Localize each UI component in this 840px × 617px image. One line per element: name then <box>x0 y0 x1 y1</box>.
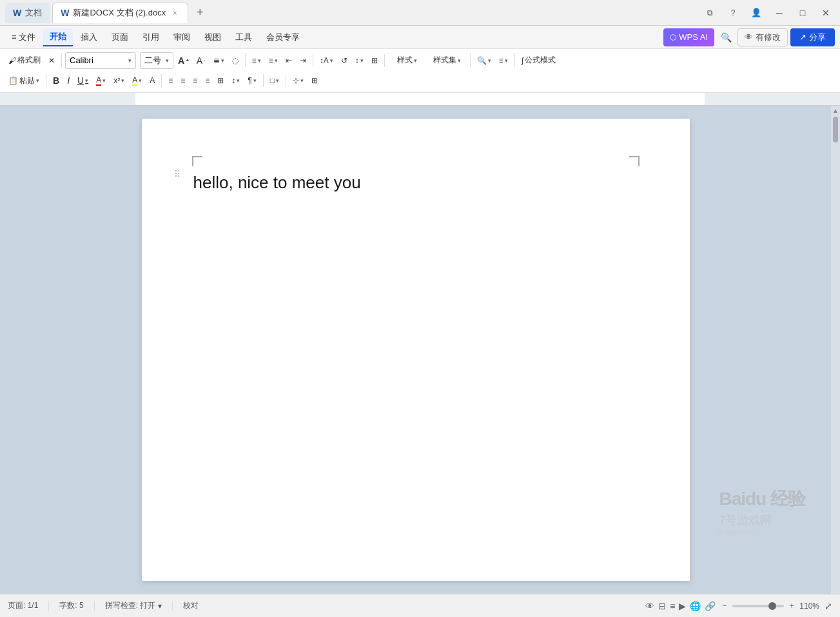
sep9 <box>263 74 264 87</box>
undo-button[interactable]: ↺ <box>338 52 351 69</box>
link-icon[interactable]: 🔗 <box>705 601 716 611</box>
minimize-button[interactable]: ─ <box>770 4 788 22</box>
menu-view[interactable]: 视图 <box>198 28 228 46</box>
add-tab-button[interactable]: + <box>191 4 209 22</box>
underline-button[interactable]: U ▾ <box>74 72 92 89</box>
tab2-close-button[interactable]: × <box>170 8 180 18</box>
menu-page[interactable]: 页面 <box>105 28 135 46</box>
line-spacing-icon: ↕ <box>355 56 359 65</box>
menu-file[interactable]: ≡ 文件 <box>5 28 42 46</box>
paragraph-handle[interactable]: ⠿ <box>174 169 181 179</box>
column-break-button[interactable]: ⊞ <box>368 52 381 69</box>
more-button[interactable]: ⊞ <box>308 72 321 89</box>
window-controls: ⧉ ? 👤 ─ □ ✕ <box>701 4 835 22</box>
proofreading-label: 校对 <box>183 600 199 611</box>
underline-icon: U <box>77 75 84 86</box>
wps-ai-button[interactable]: ⬡ WPS AI <box>663 28 714 46</box>
font-name-selector[interactable]: Calibri ▾ <box>65 52 136 69</box>
zoom-minus-button[interactable]: － <box>721 600 728 611</box>
zoom-thumb[interactable] <box>768 602 776 610</box>
play-icon[interactable]: ▶ <box>679 601 686 611</box>
word-count-label: 字数: 5 <box>59 600 83 611</box>
spell-check[interactable]: 拼写检查: 打开 ▾ <box>105 600 162 611</box>
font-size-up-button[interactable]: A+ <box>175 52 192 69</box>
column-layout-button[interactable]: ⊞ <box>214 72 227 89</box>
align-left-button[interactable]: ≡ <box>165 72 176 89</box>
ruler <box>0 93 840 106</box>
outline-view-icon[interactable]: ≡ <box>670 601 675 611</box>
unordered-list-button[interactable]: ≡ ▾ <box>249 52 264 69</box>
italic-button[interactable]: I <box>64 72 73 89</box>
tab-document1[interactable]: W 文档 <box>5 3 50 23</box>
paragraph-format-button[interactable]: ≣ ▾ <box>210 52 228 69</box>
menu-review[interactable]: 审阅 <box>167 28 197 46</box>
style-button[interactable]: 样式 ▾ <box>388 52 427 69</box>
align-justify-button[interactable]: ≡ <box>202 72 213 89</box>
menu-start[interactable]: 开始 <box>43 28 73 46</box>
font-color-icon: A <box>96 75 101 86</box>
globe-icon[interactable]: 🌐 <box>690 601 701 611</box>
account-button[interactable]: 👤 <box>747 4 765 22</box>
close-button[interactable]: ✕ <box>817 4 835 22</box>
word-count: 字数: 5 <box>59 600 83 611</box>
indent-increase-button[interactable]: ⇥ <box>297 52 309 69</box>
document-content[interactable]: hello, nice to meet you <box>193 170 625 195</box>
sep6 <box>514 54 515 67</box>
paste-button[interactable]: 📋 粘贴 ▾ <box>5 72 43 89</box>
find-replace-button[interactable]: 🔍 ▾ <box>474 52 494 69</box>
font-name-dropdown-icon: ▾ <box>128 57 132 64</box>
highlight-button[interactable]: A ▾ <box>129 72 145 89</box>
styleset-button[interactable]: 样式集 ▾ <box>428 52 467 69</box>
strikethrough-button[interactable]: A <box>146 72 158 89</box>
formula-mode-button[interactable]: ∫ 公式模式 <box>518 52 559 69</box>
superscript-icon: x² <box>113 76 120 85</box>
maximize-button[interactable]: □ <box>794 4 812 22</box>
scroll-thumb[interactable] <box>833 117 838 142</box>
eye-view-icon[interactable]: 👁 <box>645 601 654 611</box>
align-center-button[interactable]: ≡ <box>177 72 188 89</box>
font-size-value: 二号 <box>144 55 161 66</box>
share-button[interactable]: ↗ 分享 <box>790 28 835 46</box>
menu-vip[interactable]: 会员专享 <box>260 28 306 46</box>
line-spacing-button[interactable]: ↕ ▾ <box>352 52 367 69</box>
superscript-button[interactable]: x² ▾ <box>110 72 128 89</box>
spell-check-label: 拼写检查: 打开 <box>105 600 156 611</box>
undo-icon: ↺ <box>341 56 347 65</box>
restore-button[interactable]: ⧉ <box>701 4 719 22</box>
menu-right-actions: ⬡ WPS AI 🔍 👁 有修改 ↗ 分享 <box>663 28 835 46</box>
bold-button[interactable]: B <box>50 72 63 89</box>
search-button[interactable]: 🔍 <box>717 28 735 46</box>
font-size-down-button[interactable]: A- <box>193 52 209 69</box>
indent-decrease-button[interactable]: ⇤ <box>282 52 295 69</box>
zoom-slider[interactable] <box>732 605 784 607</box>
help-button[interactable]: ? <box>724 4 742 22</box>
clear-all-format-button[interactable]: ◌ <box>229 52 242 69</box>
fullscreen-button[interactable]: ⤢ <box>825 601 832 611</box>
align-right-button[interactable]: ≡ <box>190 72 200 89</box>
paste-icon: 📋 <box>8 76 18 85</box>
vertical-scrollbar[interactable]: ▲ <box>831 106 840 594</box>
para-mark-icon: ¶ <box>248 76 251 85</box>
youxiugai-button[interactable]: 👁 有修改 <box>737 28 788 46</box>
zoom-plus-button[interactable]: ＋ <box>788 600 796 611</box>
format-brush-button[interactable]: 🖌 格式刷 <box>5 52 44 69</box>
line-spacing2-button[interactable]: ↕ ▾ <box>228 72 243 89</box>
select-button[interactable]: ⊹ ▾ <box>289 72 307 89</box>
font-color-button[interactable]: A ▾ <box>93 72 109 89</box>
align-menu-button[interactable]: ≡ ▾ <box>496 52 511 69</box>
ordered-list-button[interactable]: ≡ ▾ <box>266 52 281 69</box>
border-button[interactable]: □ ▾ <box>267 72 282 89</box>
menu-tools[interactable]: 工具 <box>229 28 259 46</box>
tab-document2[interactable]: W 新建DOCX 文档 (2).docx × <box>52 3 188 23</box>
find-icon: 🔍 <box>477 56 487 65</box>
menu-reference[interactable]: 引用 <box>136 28 166 46</box>
menu-insert[interactable]: 插入 <box>74 28 104 46</box>
font-size-selector[interactable]: 二号 ▾ <box>140 52 173 69</box>
scroll-up-button[interactable]: ▲ <box>832 107 839 114</box>
show-para-button[interactable]: ¶ ▾ <box>244 72 259 89</box>
page-view-icon[interactable]: ⊟ <box>658 601 666 611</box>
clear-format-button[interactable]: ✕ <box>45 52 58 69</box>
youxiugai-label: 有修改 <box>756 32 781 43</box>
toolbar-row1: 🖌 格式刷 ✕ Calibri ▾ 二号 ▾ A+ A- ≣ ▾ ◌ ≡ <box>5 50 835 71</box>
sort-button[interactable]: ↕A ▾ <box>317 52 337 69</box>
